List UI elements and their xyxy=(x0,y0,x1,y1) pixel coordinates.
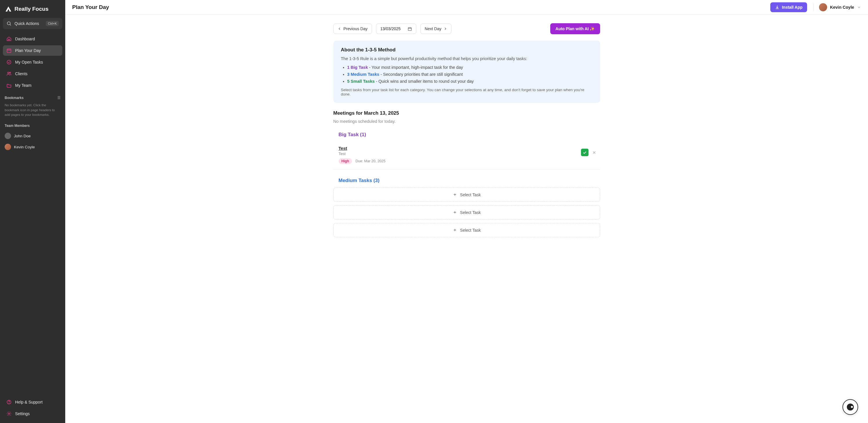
avatar xyxy=(5,144,11,150)
team-members-list: John Doe Kevin Coyle xyxy=(3,131,62,152)
gear-icon xyxy=(6,411,11,416)
quick-actions-shortcut: Ctrl+K xyxy=(46,21,59,26)
team-members-heading: Team Members xyxy=(3,118,62,130)
plus-icon: ＋ xyxy=(453,209,457,216)
nav-label: Help & Support xyxy=(15,400,42,404)
svg-point-6 xyxy=(7,60,11,64)
bookmarks-empty-text: No bookmarks yet. Click the bookmark ico… xyxy=(3,102,62,118)
users-icon xyxy=(6,71,11,76)
complete-task-button[interactable] xyxy=(581,149,589,156)
bookmarks-label: Bookmarks xyxy=(5,96,24,100)
svg-point-7 xyxy=(7,72,9,74)
nav-label: Clients xyxy=(15,72,28,76)
chevron-left-icon xyxy=(338,27,341,30)
team-member-name: Kevin Coyle xyxy=(14,145,35,149)
nav-label: Dashboard xyxy=(15,36,35,41)
brand-logo-icon xyxy=(5,5,12,13)
remove-task-button[interactable] xyxy=(591,149,597,155)
priority-badge: High xyxy=(339,158,352,164)
search-icon xyxy=(6,21,11,26)
content-scroll[interactable]: Previous Day 13/03/2025 Next Day Auto Pl… xyxy=(65,15,868,423)
select-task-label: Select Task xyxy=(460,210,481,215)
page-title: Plan Your Day xyxy=(72,4,109,10)
auto-plan-ai-label: Auto Plan with AI ✨ xyxy=(556,26,595,31)
nav-label: Settings xyxy=(15,412,30,416)
avatar xyxy=(819,3,827,11)
bullet-strong: 5 Small Tasks xyxy=(347,79,375,84)
date-navigation: Previous Day 13/03/2025 Next Day Auto Pl… xyxy=(333,23,600,34)
brand-logo[interactable]: Really Focus xyxy=(3,4,62,18)
user-menu[interactable]: Kevin Coyle xyxy=(819,3,861,11)
select-task-slot[interactable]: ＋ Select Task xyxy=(333,223,600,237)
download-icon xyxy=(775,5,780,9)
select-task-slot[interactable]: ＋ Select Task xyxy=(333,188,600,202)
medium-tasks-heading: Medium Tasks (3) xyxy=(339,178,600,184)
help-icon xyxy=(6,399,11,405)
previous-day-button[interactable]: Previous Day xyxy=(333,24,372,34)
nav-my-team[interactable]: My Team xyxy=(3,80,62,91)
team-members-label: Team Members xyxy=(5,124,30,128)
task-card: Test Test High Due: Mar 20, 2025 xyxy=(333,142,600,170)
svg-point-11 xyxy=(8,413,10,415)
date-picker[interactable]: 13/03/2025 xyxy=(376,24,416,34)
folder-icon xyxy=(6,83,11,88)
select-task-label: Select Task xyxy=(460,193,481,197)
nav-help-support[interactable]: Help & Support xyxy=(3,397,62,407)
nav-my-open-tasks[interactable]: My Open Tasks xyxy=(3,57,62,67)
nav-label: My Team xyxy=(15,83,32,88)
menu-icon[interactable]: ☰ xyxy=(57,96,61,100)
chevron-right-icon xyxy=(443,27,447,30)
method-info-box: About the 1-3-5 Method The 1-3-5 Rule is… xyxy=(333,40,600,103)
calendar-icon xyxy=(408,27,412,31)
big-task-group: Big Task (1) Test Test High Due: Mar 20,… xyxy=(333,132,600,170)
nav-label: My Open Tasks xyxy=(15,60,43,64)
user-name: Kevin Coyle xyxy=(830,5,854,9)
date-value: 13/03/2025 xyxy=(380,26,401,31)
big-task-heading: Big Task (1) xyxy=(339,132,600,138)
floating-action-button[interactable] xyxy=(842,399,858,415)
install-app-button[interactable]: Install App xyxy=(770,2,807,12)
info-bullet: 5 Small Tasks - Quick wins and smaller i… xyxy=(347,79,593,84)
bullet-rest: - Quick wins and smaller items to round … xyxy=(375,79,474,84)
bullet-rest: - Your most important, high-impact task … xyxy=(368,65,463,70)
info-title: About the 1-3-5 Method xyxy=(341,47,593,53)
nav-plan-your-day[interactable]: Plan Your Day xyxy=(3,45,62,56)
svg-line-1 xyxy=(10,24,11,25)
task-subtitle: Test xyxy=(339,151,577,156)
auto-plan-ai-button[interactable]: Auto Plan with AI ✨ xyxy=(550,23,600,34)
info-bullet-list: 1 Big Task - Your most important, high-i… xyxy=(341,65,593,84)
team-member-item[interactable]: John Doe xyxy=(3,131,62,141)
info-bullet: 1 Big Task - Your most important, high-i… xyxy=(347,65,593,70)
home-icon xyxy=(6,36,11,41)
avatar xyxy=(5,133,11,139)
nav-clients[interactable]: Clients xyxy=(3,68,62,79)
chevron-down-icon xyxy=(857,5,861,9)
bullet-rest: - Secondary priorities that are still si… xyxy=(379,72,463,77)
check-circle-icon xyxy=(6,59,11,65)
meetings-empty: No meetings scheduled for today. xyxy=(333,119,600,124)
info-bullet: 3 Medium Tasks - Secondary priorities th… xyxy=(347,72,593,77)
team-member-name: John Doe xyxy=(14,134,31,138)
record-icon xyxy=(847,403,854,411)
bullet-strong: 3 Medium Tasks xyxy=(347,72,379,77)
next-day-button[interactable]: Next Day xyxy=(421,24,452,34)
main-area: Plan Your Day Install App Kevin Coyle Pr… xyxy=(65,0,868,423)
sidebar: Really Focus Quick Actions Ctrl+K Dashbo… xyxy=(0,0,65,423)
nav-settings[interactable]: Settings xyxy=(3,408,62,419)
quick-actions-label: Quick Actions xyxy=(14,21,43,26)
info-footer: Select tasks from your task list for eac… xyxy=(341,88,593,96)
info-description: The 1-3-5 Rule is a simple but powerful … xyxy=(341,56,593,61)
quick-actions-button[interactable]: Quick Actions Ctrl+K xyxy=(3,18,62,29)
next-day-label: Next Day xyxy=(425,26,441,31)
svg-rect-12 xyxy=(408,28,411,30)
nav-dashboard[interactable]: Dashboard xyxy=(3,34,62,44)
nav-label: Plan Your Day xyxy=(15,48,41,53)
team-member-item[interactable]: Kevin Coyle xyxy=(3,142,62,152)
topbar: Plan Your Day Install App Kevin Coyle xyxy=(65,0,868,15)
plus-icon: ＋ xyxy=(453,227,457,233)
install-app-label: Install App xyxy=(782,5,803,9)
task-title-link[interactable]: Test xyxy=(339,146,347,151)
medium-tasks-group: Medium Tasks (3) ＋ Select Task ＋ Select … xyxy=(333,178,600,237)
brand-name: Really Focus xyxy=(14,6,49,12)
select-task-slot[interactable]: ＋ Select Task xyxy=(333,205,600,220)
